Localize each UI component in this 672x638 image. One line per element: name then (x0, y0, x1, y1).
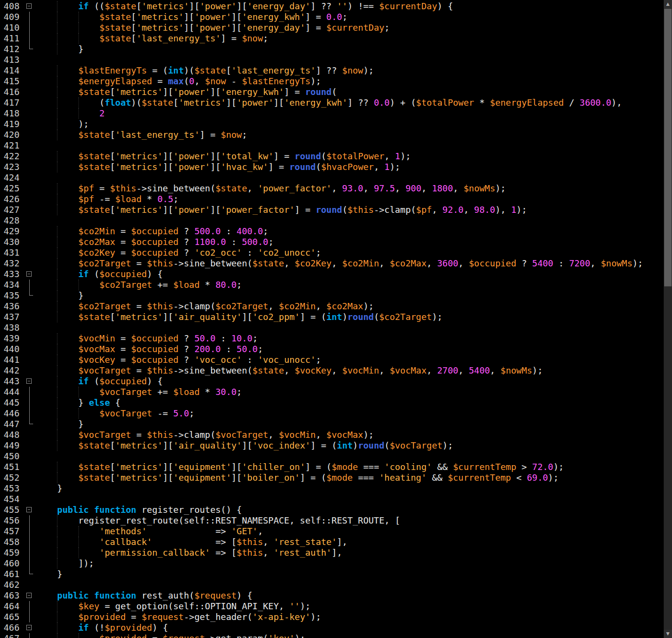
line-number[interactable]: 427 (0, 205, 22, 215)
code-line[interactable]: 417 (float)($state['metrics']['power']['… (0, 97, 664, 108)
line-number[interactable]: 461 (0, 569, 22, 580)
code-line[interactable]: 443 if ($occupied) { (0, 376, 664, 387)
code-line[interactable]: 413 (0, 55, 664, 65)
line-number[interactable]: 458 (0, 537, 22, 547)
code-line[interactable]: 416 $state['metrics']['power']['energy_k… (0, 87, 664, 97)
code-line[interactable]: 450 (0, 451, 664, 462)
line-number[interactable]: 450 (0, 451, 22, 462)
line-number[interactable]: 433 (0, 269, 22, 280)
line-number[interactable]: 466 (0, 622, 22, 633)
scrollbar-up-button[interactable]: ▲ (664, 0, 672, 8)
code-line[interactable]: 429 $co2Min = $occupied ? 500.0 : 400.0; (0, 226, 664, 237)
code-line[interactable]: 411 $state['last_energy_ts'] = $now; (0, 33, 664, 44)
code-line[interactable]: 424 (0, 172, 664, 183)
code-line[interactable]: 445 } else { (0, 397, 664, 408)
code-line[interactable]: 463 public function rest_auth($request) … (0, 590, 664, 601)
line-number[interactable]: 408 (0, 1, 22, 12)
code-line[interactable]: 441 $vocKey = $occupied ? 'voc_occ' : 'v… (0, 355, 664, 365)
code-line[interactable]: 442 $vocTarget = $this->sine_between($st… (0, 365, 664, 376)
code-line[interactable]: 418 2 (0, 108, 664, 119)
code-line[interactable]: 414 $lastEnergyTs = (int)($state['last_e… (0, 65, 664, 76)
code-line[interactable]: 466 if (!$provided) { (0, 622, 664, 633)
line-number[interactable]: 422 (0, 151, 22, 162)
line-number[interactable]: 431 (0, 247, 22, 258)
code-line[interactable]: 447 } (0, 419, 664, 430)
line-number[interactable]: 440 (0, 344, 22, 355)
code-line[interactable]: 439 $vocMin = $occupied ? 50.0 : 10.0; (0, 333, 664, 344)
code-line[interactable]: 448 $vocTarget = $this->clamp($vocTarget… (0, 430, 664, 440)
code-line[interactable]: 444 $vocTarget += $load * 30.0; (0, 387, 664, 397)
fold-collapse-icon[interactable] (22, 505, 36, 515)
line-number[interactable]: 459 (0, 547, 22, 558)
line-number[interactable]: 447 (0, 419, 22, 430)
code-line[interactable]: 408 if (($state['metrics']['power']['ene… (0, 1, 664, 12)
code-line[interactable]: 434 $co2Target += $load * 80.0; (0, 280, 664, 290)
line-number[interactable]: 412 (0, 44, 22, 55)
fold-collapse-icon[interactable] (22, 376, 36, 387)
line-number[interactable]: 425 (0, 183, 22, 194)
line-number[interactable]: 441 (0, 355, 22, 365)
code-line[interactable]: 425 $pf = $this->sine_between($state, 'p… (0, 183, 664, 194)
code-line[interactable]: 451 $state['metrics']['equipment']['chil… (0, 462, 664, 472)
line-number[interactable]: 411 (0, 33, 22, 44)
line-number[interactable]: 416 (0, 87, 22, 97)
code-line[interactable]: 428 (0, 215, 664, 226)
line-number[interactable]: 434 (0, 280, 22, 290)
line-number[interactable]: 413 (0, 55, 22, 65)
code-line[interactable]: 427 $state['metrics']['power']['power_fa… (0, 205, 664, 215)
code-line[interactable]: 433 if ($occupied) { (0, 269, 664, 280)
code-line[interactable]: 464 $key = get_option(self::OPTION_API_K… (0, 601, 664, 612)
code-line[interactable]: 415 $energyElapsed = max(0, $now - $last… (0, 76, 664, 87)
line-number[interactable]: 453 (0, 483, 22, 494)
line-number[interactable]: 462 (0, 580, 22, 590)
line-number[interactable]: 460 (0, 558, 22, 569)
code-line[interactable]: 454 (0, 494, 664, 505)
code-line[interactable]: 459 'permission_callback' => [$this, 're… (0, 547, 664, 558)
code-line[interactable]: 461 } (0, 569, 664, 580)
line-number[interactable]: 444 (0, 387, 22, 397)
line-number[interactable]: 452 (0, 472, 22, 483)
code-line[interactable]: 460 ]); (0, 558, 664, 569)
line-number[interactable]: 463 (0, 590, 22, 601)
vertical-scrollbar[interactable]: ▲ ▼ (664, 0, 672, 638)
code-line[interactable]: 409 $state['metrics']['power']['energy_k… (0, 12, 664, 22)
line-number[interactable]: 423 (0, 162, 22, 172)
scrollbar-thumb[interactable] (664, 9, 672, 286)
line-number[interactable]: 429 (0, 226, 22, 237)
line-number[interactable]: 410 (0, 22, 22, 33)
code-line[interactable]: 419 ); (0, 119, 664, 130)
code-line[interactable]: 455 public function register_routes() { (0, 505, 664, 515)
line-number[interactable]: 448 (0, 430, 22, 440)
code-line[interactable]: 412 } (0, 44, 664, 55)
fold-collapse-icon[interactable] (22, 622, 36, 633)
line-number[interactable]: 418 (0, 108, 22, 119)
line-number[interactable]: 419 (0, 119, 22, 130)
code-line[interactable]: 423 $state['metrics']['power']['hvac_kw'… (0, 162, 664, 172)
line-number[interactable]: 415 (0, 76, 22, 87)
line-number[interactable]: 417 (0, 97, 22, 108)
code-line[interactable]: 438 (0, 322, 664, 333)
line-number[interactable]: 443 (0, 376, 22, 387)
scrollbar-down-button[interactable]: ▼ (664, 630, 672, 638)
line-number[interactable]: 432 (0, 258, 22, 269)
line-number[interactable]: 457 (0, 526, 22, 537)
code-line[interactable]: 436 $co2Target = $this->clamp($co2Target… (0, 301, 664, 312)
code-line[interactable]: 458 'callback' => [$this, 'rest_state'], (0, 537, 664, 547)
line-number[interactable]: 467 (0, 633, 22, 638)
code-line[interactable]: 467 $provided = $request->get_param('key… (0, 633, 664, 638)
code-line[interactable]: 432 $co2Target = $this->sine_between($st… (0, 258, 664, 269)
line-number[interactable]: 454 (0, 494, 22, 505)
line-number[interactable]: 426 (0, 194, 22, 205)
line-number[interactable]: 445 (0, 397, 22, 408)
code-line[interactable]: 465 $provided = $request->get_header('x-… (0, 612, 664, 622)
code-line[interactable]: 440 $vocMax = $occupied ? 200.0 : 50.0; (0, 344, 664, 355)
fold-collapse-icon[interactable] (22, 590, 36, 601)
code-line[interactable]: 462 (0, 580, 664, 590)
code-line[interactable]: 426 $pf -= $load * 0.5; (0, 194, 664, 205)
code-line[interactable]: 420 $state['last_energy_ts'] = $now; (0, 130, 664, 140)
line-number[interactable]: 435 (0, 290, 22, 301)
code-line[interactable]: 446 $vocTarget -= 5.0; (0, 408, 664, 419)
code-line[interactable]: 452 $state['metrics']['equipment']['boil… (0, 472, 664, 483)
line-number[interactable]: 464 (0, 601, 22, 612)
line-number[interactable]: 424 (0, 172, 22, 183)
